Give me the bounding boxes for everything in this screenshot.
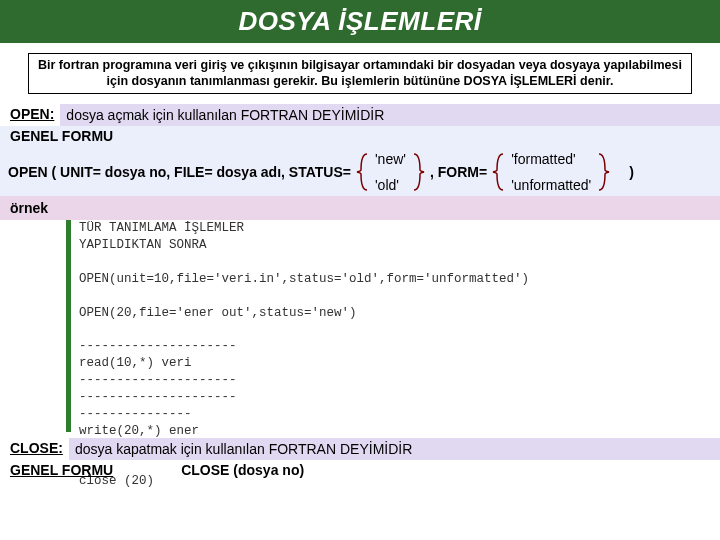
open-definition-row: OPEN: dosya açmak için kullanılan FORTRA… — [0, 104, 720, 126]
general-form-label-2: GENEL FORMU — [10, 462, 113, 478]
close-description: dosya kapatmak için kullanılan FORTRAN D… — [69, 438, 720, 460]
open-keyword: OPEN: — [0, 104, 60, 126]
form-options: 'formatted' 'unformatted' — [509, 152, 593, 192]
status-options: 'new' 'old' — [373, 152, 408, 192]
general-form-label-1: GENEL FORMU — [0, 126, 720, 146]
page-title: DOSYA İŞLEMLERİ — [0, 0, 720, 43]
intro-text: Bir fortran programına veri giriş ve çık… — [28, 53, 692, 94]
brace-close-2 — [597, 152, 611, 192]
close-definition-row: CLOSE: dosya kapatmak için kullanılan FO… — [0, 438, 720, 460]
open-syntax-lead: OPEN ( UNIT= dosya no, FILE= dosya adı, … — [8, 164, 351, 180]
code-body: TÜR TANIMLAMA İŞLEMLER YAPILDIKTAN SONRA… — [79, 220, 710, 432]
example-label: örnek — [0, 196, 720, 220]
brace-open-1 — [355, 152, 369, 192]
open-syntax-mid: , FORM= — [430, 164, 487, 180]
close-syntax: CLOSE (dosya no) — [121, 462, 304, 478]
code-example: TÜR TANIMLAMA İŞLEMLER YAPILDIKTAN SONRA… — [66, 220, 710, 432]
open-syntax-line: OPEN ( UNIT= dosya no, FILE= dosya adı, … — [0, 146, 720, 196]
open-description: dosya açmak için kullanılan FORTRAN DEYİ… — [60, 104, 720, 126]
code-rail — [66, 220, 71, 432]
brace-close-1 — [412, 152, 426, 192]
brace-open-2 — [491, 152, 505, 192]
open-syntax-tail: ) — [615, 164, 634, 180]
close-keyword: CLOSE: — [0, 438, 69, 460]
